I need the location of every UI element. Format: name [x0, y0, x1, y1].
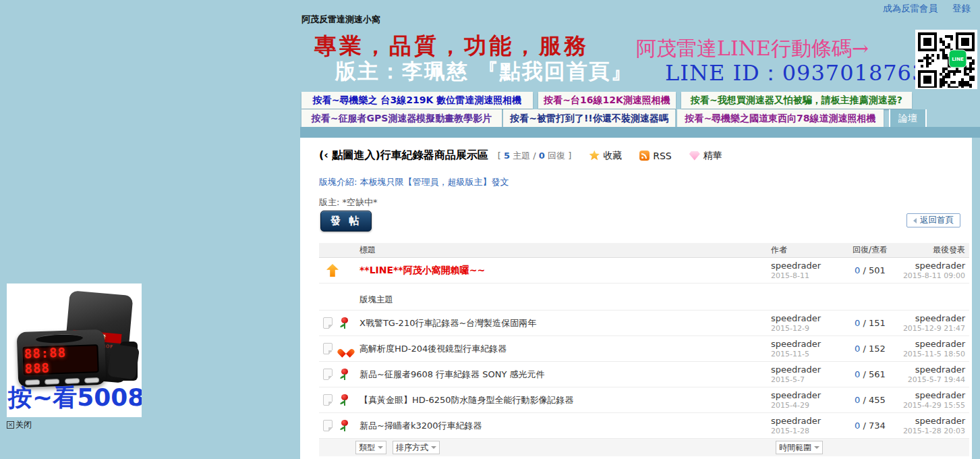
- post-date: 2015-1-28: [771, 427, 840, 436]
- author-link[interactable]: speedrader: [771, 261, 840, 271]
- page-icon: [323, 317, 333, 329]
- replies-views: 0 / 561: [840, 369, 900, 379]
- tab-forum[interactable]: 論壇: [889, 109, 927, 127]
- page-icon: [323, 369, 333, 380]
- type-filter-select[interactable]: 類型: [355, 441, 386, 454]
- last-author-link[interactable]: speedrader: [900, 313, 965, 324]
- author-link[interactable]: speedrader: [771, 390, 840, 401]
- col-lastpost: 最後發表: [900, 244, 969, 256]
- nav-button-gps-video[interactable]: 按看~征服者GPS測速器模擬動畫教學影片: [301, 109, 502, 127]
- last-author-link[interactable]: speedrader: [900, 261, 965, 271]
- nav-button-78line[interactable]: 按看~尋機樂之國道東西向78線道測速照相機: [677, 109, 884, 127]
- last-author-link[interactable]: speedrader: [900, 416, 965, 427]
- topic-title[interactable]: 【真黃金眼】HD-6250防水隨身型全能行動影像記錄器: [359, 394, 766, 406]
- col-replies: 回復/查看: [840, 244, 900, 256]
- table-row: 新品~掃瞄者k3200行車紀錄器 speedrader2015-1-28 0 /…: [319, 413, 969, 439]
- line-qr-code: LINE: [915, 30, 977, 89]
- table-header-row: 標題 作者 回復/查看 最後發表: [319, 243, 969, 258]
- login-link[interactable]: 登錄: [952, 3, 971, 15]
- time-range-select[interactable]: 時間範圍: [776, 441, 823, 454]
- table-row-pinned: **LINE**阿茂小窩開賴囉~~ speedrader2015-8-11 0 …: [319, 258, 969, 284]
- author-link[interactable]: speedrader: [771, 416, 840, 427]
- pinned-arrow-icon: [326, 264, 339, 277]
- last-post-time: 2015-12-9 21:47: [900, 324, 965, 333]
- author-link[interactable]: speedrader: [771, 313, 840, 324]
- table-row: 高解析度HD-204後視鏡型行車紀錄器 speedrader2015-11-5 …: [319, 336, 969, 362]
- topic-title[interactable]: 高解析度HD-204後視鏡型行車紀錄器: [359, 343, 766, 355]
- page-icon: [323, 420, 333, 431]
- rss-icon: [639, 151, 650, 161]
- last-author-link[interactable]: speedrader: [900, 339, 965, 350]
- topic-title[interactable]: 新品~掃瞄者k3200行車紀錄器: [359, 420, 766, 432]
- post-date: 2015-5-7: [771, 375, 840, 385]
- star-icon: [589, 151, 600, 161]
- last-post-time: 2015-11-5 18:50: [900, 350, 965, 359]
- chevron-down-icon: [814, 446, 819, 449]
- rose-icon: [339, 394, 350, 406]
- svg-text:LINE: LINE: [952, 57, 964, 62]
- gem-icon: [689, 151, 700, 161]
- rose-icon: [339, 420, 350, 432]
- page-icon: [323, 343, 333, 354]
- section-divider: 版塊主題: [319, 284, 969, 310]
- chevron-down-icon: [431, 446, 436, 449]
- table-row: 新品~征服者9608 行車紀錄器 SONY 感光元件 speedrader201…: [319, 362, 969, 387]
- site-title: 阿茂反雷達測速小窩: [301, 14, 380, 26]
- forum-title[interactable]: (‹ 點圖進入)行車紀錄器商品展示區: [319, 148, 488, 163]
- nav-button-recommend[interactable]: 按看~我想買測速器又怕被騙，請板主推薦測速器?: [681, 92, 912, 109]
- nav-button-219k[interactable]: 按看~尋機樂之 台3線219K 數位雷達測速照相機: [301, 92, 533, 109]
- col-author: 作者: [766, 244, 840, 256]
- replies-views: 0 / 151: [840, 318, 900, 328]
- rose-icon: [339, 317, 350, 329]
- replies-views: 0 / 455: [840, 395, 900, 405]
- topic-title[interactable]: 新品~征服者9608 行車紀錄器 SONY 感光元件: [359, 369, 766, 381]
- forum-moderator: 版主: *空缺中*: [319, 196, 378, 209]
- post-date: 2015-8-11: [771, 271, 840, 281]
- back-arrow-icon: [913, 218, 917, 223]
- radar-display-unit: 88:88 888: [17, 329, 107, 387]
- forum-intro: 版塊介紹: 本板塊只限【管理員，超級版主】發文: [319, 176, 509, 188]
- rss-button[interactable]: RSS: [639, 151, 672, 161]
- post-date: 2015-4-29: [771, 401, 840, 410]
- last-author-link[interactable]: speedrader: [900, 364, 965, 375]
- author-link[interactable]: speedrader: [771, 364, 840, 375]
- forum-panel: (‹ 點圖進入)行車紀錄器商品展示區 [ 5 主題 / 0 回復 ] 收藏 RS…: [300, 138, 972, 459]
- topic-title[interactable]: **LINE**阿茂小窩開賴囉~~: [359, 265, 766, 277]
- new-post-button[interactable]: 發 帖: [320, 211, 372, 232]
- table-row: 【真黃金眼】HD-6250防水隨身型全能行動影像記錄器 speedrader20…: [319, 387, 969, 413]
- replies-views: 0 / 152: [840, 344, 900, 354]
- ad-banner-image[interactable]: 征服者 CONQUEROR 88:88 888 按~看5008: [7, 284, 142, 417]
- last-post-time: 2015-4-29 15:55: [900, 401, 965, 410]
- page: 成為反雷會員 登錄 阿茂反雷達測速小窩 專業，品質，功能，服務 版主：李珮慈 『…: [0, 0, 980, 459]
- close-icon: ×: [7, 421, 14, 429]
- floating-ad: 征服者 CONQUEROR 88:88 888 按~看5008 × 关闭: [7, 284, 142, 431]
- banner-home-link[interactable]: 版主：李珮慈 『點我回首頁』: [335, 57, 633, 86]
- nav-band: [300, 127, 980, 138]
- become-member-link[interactable]: 成為反雷會員: [883, 3, 938, 15]
- topic-title[interactable]: X戰警TG-210行車記錄器~台灣製造保固兩年: [359, 317, 766, 329]
- forum-stats: [ 5 主題 / 0 回復 ]: [498, 150, 571, 162]
- digest-button[interactable]: 精華: [689, 150, 722, 162]
- last-post-time: 2015-1-28 20:03: [900, 427, 965, 436]
- last-post-time: 2015-5-7 19:44: [900, 375, 965, 385]
- heart-icon: [339, 344, 351, 354]
- filter-bar: 類型 排序方式 時間範圍: [319, 439, 969, 456]
- last-post-time: 2015-8-11 09:00: [900, 271, 965, 281]
- ad-close-button[interactable]: × 关闭: [7, 419, 142, 431]
- sort-filter-select[interactable]: 排序方式: [393, 441, 440, 454]
- chevron-down-icon: [378, 446, 383, 449]
- led-display: 88:88 888: [22, 344, 98, 375]
- topbar: 成為反雷會員 登錄: [883, 3, 971, 15]
- replies-views: 0 / 734: [840, 421, 900, 431]
- device-speaker: [36, 333, 83, 344]
- back-home-button[interactable]: 返回首頁: [906, 213, 960, 227]
- author-link[interactable]: speedrader: [771, 339, 840, 350]
- favorite-button[interactable]: 收藏: [589, 150, 622, 162]
- nav-button-16line[interactable]: 按看~台16線12K測速照相機: [538, 92, 676, 109]
- page-icon: [323, 394, 333, 406]
- nav-button-radar-hit[interactable]: 按看~被雷打到了!!你還不裝測速器嗎: [503, 109, 675, 127]
- banner-line-id: LINE ID：0937018763: [665, 59, 926, 88]
- device-mount: [107, 344, 140, 379]
- rose-icon: [339, 369, 350, 381]
- last-author-link[interactable]: speedrader: [900, 390, 965, 401]
